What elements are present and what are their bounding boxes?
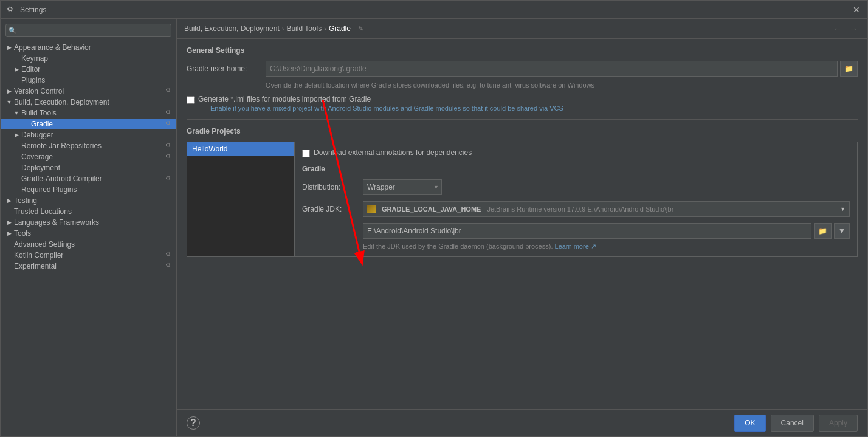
sidebar-item-advanced-settings[interactable]: Advanced Settings: [1, 239, 176, 250]
nav-back-button[interactable]: ←: [831, 24, 844, 33]
sidebar-item-label: Debugger: [21, 131, 174, 139]
sidebar-item-editor[interactable]: ▶ Editor: [1, 64, 176, 75]
no-arrow-icon: [5, 263, 13, 270]
cancel-button[interactable]: Cancel: [771, 415, 814, 432]
project-list-item[interactable]: HelloWorld: [187, 142, 294, 156]
no-arrow-icon: [22, 120, 30, 128]
sidebar-item-label: Build, Execution, Deployment: [14, 98, 174, 106]
sidebar-item-kotlin-compiler[interactable]: Kotlin Compiler ⚙: [1, 250, 176, 261]
search-box[interactable]: 🔍: [5, 24, 171, 37]
generate-iml-checkbox[interactable]: [187, 96, 195, 104]
gradle-user-home-label: Gradle user home:: [187, 64, 266, 73]
jdk-path-dropdown-button[interactable]: ▼: [834, 223, 850, 239]
gradle-user-home-input[interactable]: [266, 61, 838, 77]
help-button[interactable]: ?: [187, 416, 200, 430]
sidebar-item-build-execution[interactable]: ▼ Build, Execution, Deployment: [1, 97, 176, 108]
expand-arrow-icon: ▶: [5, 219, 13, 226]
sidebar-item-label: Plugins: [21, 76, 174, 84]
sidebar-item-languages-frameworks[interactable]: ▶ Languages & Frameworks: [1, 217, 176, 228]
gradle-projects-title: Gradle Projects: [187, 127, 858, 136]
gear-icon: ⚙: [165, 120, 174, 128]
sidebar-item-label: Testing: [14, 196, 174, 205]
jdk-value: GRADLE_LOCAL_JAVA_HOME: [382, 205, 481, 213]
sidebar-item-version-control[interactable]: ▶ Version Control ⚙: [1, 86, 176, 97]
settings-icon: ⚙: [7, 5, 16, 15]
close-button[interactable]: ✕: [852, 5, 861, 15]
sidebar-item-appearance-behavior[interactable]: ▶ Appearance & Behavior: [1, 42, 176, 53]
distribution-select-wrap: Wrapper Local installation Custom ▼: [363, 179, 442, 195]
sidebar-item-coverage[interactable]: Coverage ⚙: [1, 151, 176, 162]
gradle-user-home-browse-button[interactable]: 📁: [840, 61, 858, 77]
sidebar-item-label: Trusted Locations: [14, 207, 174, 216]
sidebar-item-build-tools[interactable]: ▼ Build Tools ⚙: [1, 108, 176, 119]
breadcrumb-edit-icon[interactable]: ✎: [358, 25, 363, 33]
sidebar-item-label: Keymap: [21, 54, 174, 63]
jdk-path-input[interactable]: [363, 223, 811, 239]
sidebar-item-gradle-android[interactable]: Gradle-Android Compiler ⚙: [1, 173, 176, 184]
sidebar-item-label: Coverage: [21, 153, 165, 161]
no-arrow-icon: [5, 241, 13, 248]
sidebar-item-label: Gradle: [31, 120, 165, 128]
gear-icon: ⚙: [165, 251, 174, 260]
sidebar-item-experimental[interactable]: Experimental ⚙: [1, 261, 176, 272]
breadcrumb-build-tools[interactable]: Build Tools: [286, 24, 322, 33]
sidebar-item-trusted-locations[interactable]: Trusted Locations: [1, 206, 176, 217]
expand-arrow-icon: ▶: [13, 131, 20, 139]
gradle-jdk-label: Gradle JDK:: [302, 205, 363, 213]
sidebar-item-debugger[interactable]: ▶ Debugger: [1, 129, 176, 140]
gradle-user-home-input-wrap: 📁: [266, 61, 858, 77]
no-arrow-icon: [13, 175, 20, 182]
sidebar-item-testing[interactable]: ▶ Testing: [1, 195, 176, 206]
apply-button[interactable]: Apply: [819, 415, 858, 432]
ok-button[interactable]: OK: [734, 415, 765, 432]
sidebar-item-gradle[interactable]: Gradle ⚙: [1, 119, 176, 129]
section-divider: [187, 119, 858, 120]
sidebar-item-plugins[interactable]: Plugins: [1, 75, 176, 86]
sidebar-item-label: Build Tools: [21, 109, 165, 117]
gradle-projects-section: Gradle Projects HelloWorld Download exte…: [187, 127, 858, 257]
override-hint: Override the default location where Grad…: [187, 81, 858, 89]
download-annotations-row: Download external annotations for depend…: [302, 148, 850, 157]
expand-arrow-icon: ▶: [5, 230, 13, 237]
generate-iml-row: Generate *.iml files for modules importe…: [187, 95, 858, 112]
jdk-path-browse-button[interactable]: 📁: [814, 223, 832, 239]
settings-dialog: ⚙ Settings ✕ 🔍 ▶ Appearance & Behavior K…: [0, 0, 868, 437]
sidebar-item-label: Remote Jar Repositories: [21, 142, 165, 150]
right-panel: Build, Execution, Deployment › Build Too…: [177, 19, 867, 436]
sidebar-item-label: Version Control: [14, 87, 165, 95]
expand-arrow-icon: ▶: [5, 197, 13, 204]
gear-icon: ⚙: [165, 142, 174, 150]
gradle-jdk-dropdown[interactable]: GRADLE_LOCAL_JAVA_HOME JetBrains Runtime…: [363, 201, 850, 217]
no-arrow-icon: [13, 77, 20, 84]
sidebar-tree: ▶ Appearance & Behavior Keymap ▶ Editor …: [1, 42, 176, 436]
sidebar-item-label: Languages & Frameworks: [14, 218, 174, 227]
nav-forward-button[interactable]: →: [847, 24, 860, 33]
sidebar-item-tools[interactable]: ▶ Tools: [1, 228, 176, 239]
panel-body: General Settings Gradle user home: 📁 Ove…: [177, 39, 867, 409]
sidebar-item-remote-jar[interactable]: Remote Jar Repositories ⚙: [1, 140, 176, 151]
sidebar-item-required-plugins[interactable]: Required Plugins: [1, 184, 176, 195]
sidebar-item-label: Experimental: [14, 262, 165, 270]
no-arrow-icon: [13, 142, 20, 150]
jdk-hint-text: Edit the JDK used by the Gradle daemon (…: [363, 243, 553, 250]
gear-icon: ⚙: [165, 87, 174, 95]
no-arrow-icon: [13, 164, 20, 171]
gradle-projects-layout: HelloWorld Download external annotations…: [187, 142, 858, 257]
learn-more-link[interactable]: Learn more ↗: [555, 243, 596, 250]
general-settings-title: General Settings: [187, 46, 858, 55]
nav-arrows: ← →: [831, 24, 860, 33]
sidebar-item-label: Required Plugins: [21, 185, 174, 194]
window-title: Settings: [20, 5, 852, 14]
gradle-sub-title: Gradle: [302, 165, 850, 173]
sidebar-item-deployment[interactable]: Deployment: [1, 162, 176, 173]
download-annotations-checkbox[interactable]: [302, 150, 310, 157]
sidebar: 🔍 ▶ Appearance & Behavior Keymap ▶ Edit: [1, 19, 177, 436]
breadcrumb-build-execution[interactable]: Build, Execution, Deployment: [184, 24, 280, 33]
sidebar-item-label: Gradle-Android Compiler: [21, 174, 165, 183]
search-input[interactable]: [5, 24, 171, 37]
distribution-select[interactable]: Wrapper Local installation Custom: [363, 179, 442, 195]
breadcrumb-gradle: Gradle: [329, 24, 351, 33]
collapse-arrow-icon: ▼: [13, 109, 20, 117]
breadcrumb-bar: Build, Execution, Deployment › Build Too…: [177, 19, 867, 39]
sidebar-item-keymap[interactable]: Keymap: [1, 53, 176, 64]
